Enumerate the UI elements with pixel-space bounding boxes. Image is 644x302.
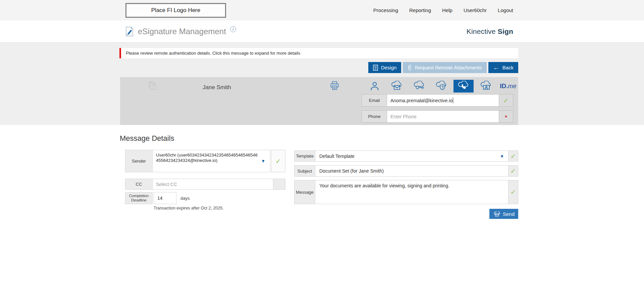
nav-user[interactable]: User60chr [464,7,487,13]
nav-reporting[interactable]: Reporting [409,7,431,13]
dropdown-arrow-icon[interactable]: ▼ [500,154,504,159]
app-header: x eSignature Management i Kinective Sign [0,20,644,43]
check-icon: ✓ [511,153,516,160]
subject-input[interactable] [315,165,508,177]
design-document-icon [373,65,378,71]
email-label: Email [362,94,387,107]
subject-valid-cell: ✓ [508,165,518,177]
message-row: Message Your documents are available for… [294,180,518,204]
cc-input[interactable] [153,179,273,190]
text-cursor [453,98,453,103]
cloud-phone-icon[interactable] [453,80,474,93]
sender-row: Sender User60chr (user603423434234235465… [125,150,285,172]
back-button-label: Back [502,65,514,70]
idme-logo-italic: me [508,83,517,90]
cloud-key-icon[interactable] [409,80,429,93]
message-label: Message [294,180,315,204]
template-valid-cell: ✓ [508,150,518,162]
esignature-document-pen-icon: x [125,26,134,37]
auth-method-icons: ? ID.me [365,80,518,93]
top-bar: Place FI Logo Here Processing Reporting … [0,0,644,20]
check-icon: ✓ [503,97,509,104]
top-nav: Processing Reporting Help User60chr Logo… [373,0,513,20]
title-wrap: x eSignature Management i [125,20,236,43]
idme-logo-bold: ID. [500,82,508,90]
design-button-label: Design [381,65,397,70]
brand-regular: Kinective [467,27,496,36]
page-title: eSignature Management [138,27,226,36]
expiry-note: Transaction expires after Oct 2, 2025. [154,206,224,210]
sender-label: Sender [125,150,153,172]
email-valid-cell: ✓ [499,94,513,107]
nav-processing[interactable]: Processing [373,7,398,13]
sender-valid-cell: ✓ [271,150,285,172]
alert-banner[interactable]: Please review remote authentication deta… [119,48,518,58]
dropdown-arrow-icon[interactable]: ▼ [261,159,265,164]
deadline-unit-label: days [180,196,190,201]
check-icon: ✓ [275,158,281,165]
template-value: Default Template [319,154,355,159]
nav-logout[interactable]: Logout [498,7,513,13]
printer-icon[interactable] [330,81,339,90]
cloud-envelope-icon[interactable] [387,80,407,93]
message-textarea[interactable]: Your documents are available for viewing… [315,180,508,204]
deadline-days-value: 14 [157,195,163,201]
check-icon: ✓ [511,189,516,195]
subject-row: Subject ✓ [294,165,518,177]
request-remote-attachments-label: Request Remote Attachments [415,65,482,70]
alert-text: Please review remote authentication deta… [126,51,300,56]
info-icon[interactable]: i [230,26,236,32]
email-value: Anoma.premalal@kinective.io [390,98,452,103]
template-label: Template [294,150,315,162]
email-input[interactable]: Anoma.premalal@kinective.io [387,94,499,107]
cc-label: CC [125,179,153,190]
message-details-heading: Message Details [120,134,174,143]
sender-value: User60chr (user6034234342342354654654654… [156,153,258,163]
design-button[interactable]: Design [368,62,401,73]
required-dot-icon [505,116,507,117]
completion-deadline-label: Completion Deadline [125,192,153,204]
back-arrow-icon: ← [493,64,499,71]
document-count-number: 1 [152,84,154,87]
page: Place FI Logo Here Processing Reporting … [0,0,644,302]
send-button[interactable]: Send [489,209,518,219]
sender-select[interactable]: User60chr (user6034234342342354654654654… [153,150,270,172]
deadline-days-input[interactable]: 14 [154,192,176,204]
brand-bold: Sign [498,27,513,36]
phone-label: Phone [362,110,387,123]
phone-required-cell [499,110,513,123]
fi-logo-placeholder[interactable]: Place FI Logo Here [125,3,226,18]
phone-row: Phone [362,110,513,123]
back-button[interactable]: ← Back [488,62,518,73]
cc-row: CC [125,179,285,190]
message-valid-cell: ✓ [508,180,518,204]
recipient-name: Jane Smith [203,84,231,91]
send-envelope-icon [493,211,500,217]
check-icon: ✓ [511,168,516,174]
person-icon[interactable] [365,80,385,93]
document-count-icon: 1 [149,81,156,91]
recipient-panel: 1 Jane Smith [120,77,518,125]
template-select[interactable]: Default Template ▼ [315,150,508,162]
fi-logo-text: Place FI Logo Here [151,7,200,14]
cloud-id-capture-icon[interactable] [476,80,496,93]
idme-logo[interactable]: ID.me [498,80,518,93]
send-button-label: Send [503,211,515,217]
paperclip-icon [408,64,412,71]
toolbar: Design Request Remote Attachments ← Back [364,62,518,73]
cc-valid-cell [273,179,285,190]
subject-label: Subject [294,165,315,177]
brand-logo: Kinective Sign [467,20,513,43]
phone-input[interactable] [387,110,499,123]
request-remote-attachments-button[interactable]: Request Remote Attachments [403,62,486,73]
svg-text:?: ? [441,85,443,89]
nav-help[interactable]: Help [442,7,452,13]
svg-text:x: x [126,34,127,36]
template-row: Template Default Template ▼ ✓ [294,150,518,162]
completion-deadline-row: Completion Deadline 14 days [125,192,190,204]
cloud-shield-question-icon[interactable]: ? [431,80,451,93]
email-row: Email Anoma.premalal@kinective.io ✓ [362,94,513,107]
